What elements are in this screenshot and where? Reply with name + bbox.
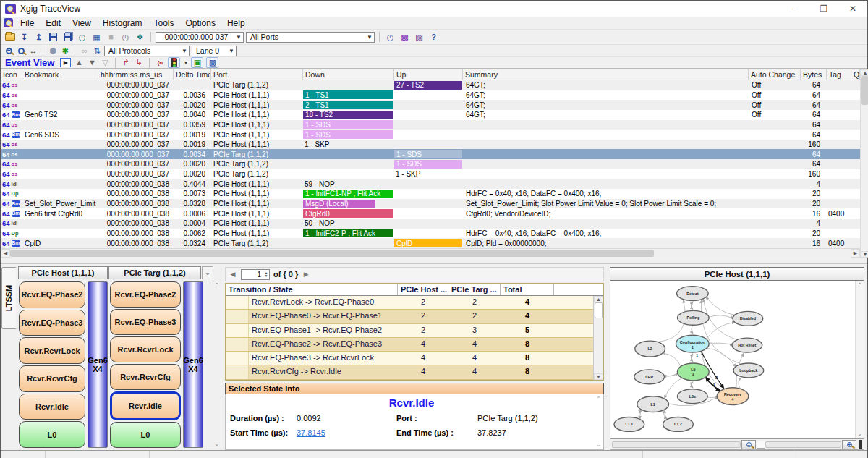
close-button[interactable]: ✕ bbox=[838, 1, 867, 17]
sort-arrows-icon[interactable]: ⇅ bbox=[92, 46, 102, 56]
packet-chip[interactable]: 1 - InitFC1-NP ; Flit Ack bbox=[303, 190, 393, 198]
scroll-up-icon[interactable]: ⌃ bbox=[596, 396, 601, 402]
zoom-out-icon[interactable]: – bbox=[16, 46, 26, 56]
lane-combobox[interactable]: Lane 0 ▼ bbox=[192, 46, 237, 56]
menu-item-histogram[interactable]: Histogram bbox=[97, 17, 148, 29]
page-prev-icon[interactable]: ◀ bbox=[229, 271, 237, 278]
table-row[interactable]: 64os000:00:00.000_0370.0019PCIe Host (1,… bbox=[1, 140, 860, 150]
table-row[interactable]: 64BmCplD000:00:00.000_0380.0324PCIe Targ… bbox=[1, 238, 860, 248]
table-row[interactable]: 64os000:00:00.000_0370.0359PCIe Host (1,… bbox=[1, 120, 860, 130]
transition-row[interactable]: Rcvr.EQ-Phase2 -> Rcvr.EQ-Phase3448 bbox=[226, 338, 593, 352]
grid-column-header[interactable]: Down bbox=[303, 69, 394, 80]
packet-chip[interactable]: 18 - TS2 bbox=[303, 111, 393, 119]
zoom-slider-thumb[interactable] bbox=[757, 441, 765, 449]
minimize-button[interactable]: – bbox=[780, 1, 809, 17]
ltssm-state-l0[interactable]: L0 bbox=[19, 421, 85, 448]
protocols-combobox[interactable]: All Protocols ▼ bbox=[104, 46, 190, 56]
export-icon[interactable]: ↧ bbox=[18, 32, 30, 43]
analyzer-grid-icon[interactable]: ▩ bbox=[399, 32, 411, 43]
chevron-down-icon[interactable]: ⌄ bbox=[202, 266, 213, 279]
ltssm-state-rcvr-idle[interactable]: Rcvr.Idle bbox=[110, 391, 181, 420]
table-row[interactable]: 64os000:00:00.000_037PCIe Targ (1,1,2)27… bbox=[1, 80, 860, 90]
grid-column-header[interactable]: Port bbox=[211, 69, 303, 80]
diagram-node-l1[interactable]: L1 bbox=[637, 396, 669, 412]
diagram-node-configuration[interactable]: Configuration1 bbox=[676, 335, 709, 352]
table-row[interactable]: 64os000:00:00.000_0370.0020PCIe Host (1,… bbox=[1, 100, 860, 110]
diagram-node-l2[interactable]: L2 bbox=[635, 341, 665, 357]
menu-item-options[interactable]: Options bbox=[180, 17, 221, 29]
help-icon[interactable]: ? bbox=[427, 32, 440, 43]
diagram-node-detect[interactable]: Detect bbox=[676, 287, 708, 301]
table-row[interactable]: 64BmGen6 SDS000:00:00.000_0370.0019PCIe … bbox=[1, 130, 860, 140]
ports-combobox[interactable]: All Ports ▼ bbox=[246, 32, 375, 43]
ltssm-state-rcvr-eq-phase2[interactable]: Rcvr.EQ-Phase2 bbox=[19, 281, 85, 308]
zoom-track[interactable] bbox=[765, 441, 841, 448]
ltssm-state-rcvr-eq-phase3[interactable]: Rcvr.EQ-Phase3 bbox=[110, 309, 181, 335]
scroll-left-icon[interactable]: ◀ bbox=[1, 249, 10, 258]
transition-row[interactable]: Rcvr.RcvrLock -> Rcvr.EQ-Phase0224 bbox=[226, 296, 593, 310]
diagram-node-recovery[interactable]: Recovery4 bbox=[717, 388, 749, 405]
open-file-icon[interactable] bbox=[4, 32, 16, 43]
next-event-icon[interactable]: ▼ bbox=[87, 57, 97, 68]
table-row[interactable]: 64BmGen6 TS2000:00:00.000_0370.0040PCIe … bbox=[1, 110, 860, 120]
menu-item-file[interactable]: File bbox=[14, 17, 40, 29]
scroll-down-icon[interactable]: ▼ bbox=[594, 373, 603, 380]
table-row[interactable]: 64Dp000:00:00.000_0380.0073PCIe Host (1,… bbox=[1, 189, 860, 199]
menu-item-tools[interactable]: Tools bbox=[148, 17, 180, 29]
packet-chip[interactable]: CplD bbox=[394, 239, 462, 247]
table-row[interactable]: 64BmSet_Slot_Power_Limit000:00:00.000_03… bbox=[1, 199, 860, 209]
grid-column-header[interactable]: Bookmark bbox=[22, 69, 98, 80]
restore-button[interactable]: ❐ bbox=[809, 1, 838, 17]
diagram-node-disabled[interactable]: Disabled bbox=[733, 311, 763, 326]
scroll-up-icon[interactable]: ⌃ bbox=[214, 282, 219, 289]
packet-chip[interactable]: 1 - SDS bbox=[394, 160, 462, 169]
menu-item-view[interactable]: View bbox=[67, 17, 97, 29]
ltssm-state-rcvr-eq-phase2[interactable]: Rcvr.EQ-Phase2 bbox=[110, 281, 181, 308]
grid-column-header[interactable]: Up bbox=[394, 69, 463, 80]
menu-item-help[interactable]: Help bbox=[221, 17, 251, 29]
start-time-link[interactable]: 37.8145 bbox=[297, 428, 396, 437]
scrollbar-thumb[interactable] bbox=[10, 250, 654, 257]
scroll-down-icon[interactable]: ⌄ bbox=[857, 431, 862, 437]
table-row[interactable]: 64Dp000:00:00.000_0380.0062PCIe Host (1,… bbox=[1, 229, 860, 239]
grid-column-header[interactable]: Delta Time bbox=[174, 69, 211, 80]
statistics-icon[interactable]: ◷ bbox=[384, 32, 396, 43]
table-row[interactable]: 64os000:00:00.000_0370.0020PCIe Targ (1,… bbox=[1, 169, 860, 179]
marker-icon[interactable]: ✱ bbox=[60, 46, 70, 56]
save-all-icon[interactable] bbox=[61, 32, 74, 43]
analyzer-grid2-icon[interactable]: ▨ bbox=[413, 32, 425, 43]
ltssm-state-rcvr-idle[interactable]: Rcvr.Idle bbox=[19, 394, 85, 420]
grid-column-header[interactable]: Auto Change bbox=[749, 69, 801, 80]
grid-column-header[interactable]: Tag bbox=[827, 69, 851, 80]
select-view-icon[interactable]: ▶ bbox=[60, 58, 71, 67]
grid-view-icon[interactable]: ▦ bbox=[90, 32, 103, 43]
ltssm-targ-header[interactable]: PCIe Targ (1,1,2) bbox=[109, 266, 201, 279]
ltssm-state-rcvr-rcvrcfg[interactable]: Rcvr.RcvrCfg bbox=[19, 365, 85, 392]
diagram-node-hotreset[interactable]: Hot Reset bbox=[732, 338, 762, 352]
prev-event-icon[interactable]: ▲ bbox=[74, 57, 84, 68]
transition-row[interactable]: Rcvr.EQ-Phase3 -> Rcvr.RcvrLock448 bbox=[226, 352, 593, 365]
menu-item-edit[interactable]: Edit bbox=[40, 17, 67, 29]
scroll-down-icon[interactable]: ⌄ bbox=[214, 441, 219, 447]
table-row[interactable]: 64os000:00:00.000_0370.0036PCIe Host (1,… bbox=[1, 90, 860, 101]
jump-forward-icon[interactable]: ↳ bbox=[134, 57, 144, 68]
import-icon[interactable]: ↥ bbox=[33, 32, 45, 43]
ltssm-host-header[interactable]: PCIe Host (1,1,1) bbox=[18, 266, 108, 279]
packet-chip[interactable]: 27 - TS2 bbox=[394, 81, 462, 90]
ltssm-tab[interactable]: LTSSM bbox=[1, 267, 16, 329]
transition-scrollbar[interactable]: ▲ ▼ bbox=[593, 296, 603, 380]
diagram-vertical-scrollbar[interactable]: ⌃ ⌄ bbox=[855, 281, 864, 438]
capture-settings-icon[interactable]: ◷ bbox=[76, 32, 88, 43]
ltssm-state-diagram[interactable]: DetectPollingDisabledConfiguration1Hot R… bbox=[610, 281, 855, 438]
fit-width-icon[interactable]: ↔ bbox=[28, 46, 38, 56]
grid-column-header[interactable]: Bytes bbox=[801, 69, 827, 80]
info-scrollbar[interactable]: ⌃ ⌄ bbox=[595, 396, 603, 448]
packet-chip[interactable]: 1 - SDS bbox=[303, 120, 393, 129]
ltssm-state-rcvr-rcvrlock[interactable]: Rcvr.RcvrLock bbox=[19, 337, 85, 364]
collapse-all-icon[interactable]: ▩ bbox=[206, 57, 218, 68]
ltssm-state-rcvr-rcvrcfg[interactable]: Rcvr.RcvrCfg bbox=[110, 364, 181, 390]
packet-chip[interactable]: 1 - SDS bbox=[303, 130, 393, 139]
diagram-zoom-in-icon[interactable]: + bbox=[842, 440, 856, 449]
jump-back-icon[interactable]: ↱ bbox=[121, 57, 131, 68]
diagram-node-loopback[interactable]: Loopback bbox=[733, 363, 764, 378]
